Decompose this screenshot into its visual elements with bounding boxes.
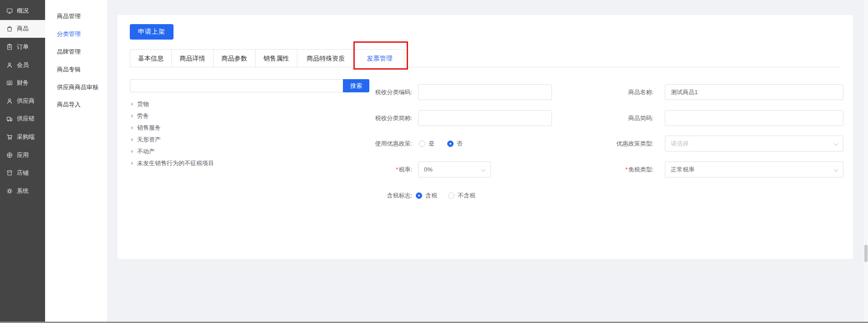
radio-option-no[interactable]: 否: [447, 140, 463, 148]
tree-node-intangible-assets[interactable]: 无形资产: [131, 134, 214, 146]
radio-label: 是: [429, 140, 434, 148]
tax-class-code-label: 税收分类编码:: [354, 84, 412, 100]
sidebar-item-system[interactable]: 系统: [0, 182, 45, 200]
radio-checked-icon[interactable]: [416, 192, 422, 199]
bag-icon: [6, 25, 13, 32]
radio-label: 不含税: [458, 192, 475, 200]
radio-option-tax-excluded[interactable]: 不含税: [448, 192, 475, 200]
sidebar-item-orders[interactable]: 订单: [0, 38, 45, 56]
tabs-row: 基本信息 商品详情 商品参数 销售属性 商品特殊资质 发票管理: [130, 49, 839, 67]
tab-special-qualification[interactable]: 商品特殊资质: [297, 49, 355, 67]
select-value: 正常税率: [671, 166, 694, 174]
sidebar-item-label: 概况: [17, 7, 29, 15]
tax-free-type-select[interactable]: 正常税率: [665, 162, 843, 177]
expand-caret-icon[interactable]: [131, 102, 133, 106]
tab-sale-attributes[interactable]: 销售属性: [255, 49, 297, 67]
expand-caret-icon[interactable]: [131, 138, 133, 141]
sidebar-item-label: 商品: [17, 25, 29, 33]
monitor-icon: [6, 8, 13, 14]
tab-goods-detail[interactable]: 商品详情: [172, 49, 214, 67]
sidebar-item-label: 应用: [17, 151, 29, 159]
radio-option-yes[interactable]: 是: [419, 140, 434, 148]
sidebar-item-members[interactable]: 会员: [0, 56, 45, 74]
sidebar-item-apps[interactable]: 应用: [0, 146, 45, 164]
cart-icon: [6, 134, 13, 140]
expand-caret-icon[interactable]: [131, 162, 133, 165]
sidebar-item-goods[interactable]: 商品: [0, 20, 45, 38]
expand-caret-icon[interactable]: [131, 126, 133, 130]
tree-node-labor[interactable]: 劳务: [131, 110, 214, 122]
use-discount-policy-label: 使用优惠政策:: [354, 136, 412, 151]
tab-invoice-management[interactable]: 发票管理: [355, 49, 405, 67]
tab-goods-params[interactable]: 商品参数: [214, 49, 255, 67]
submenu-item-goods-album[interactable]: 商品专辑: [45, 61, 107, 78]
tab-basic-info[interactable]: 基本信息: [130, 49, 172, 67]
radio-unchecked-icon[interactable]: [419, 141, 425, 147]
expand-caret-icon[interactable]: [131, 114, 133, 118]
sidebar-item-label: 供应商: [17, 97, 35, 105]
finance-icon: [6, 80, 13, 86]
product-name-label: 商品名称:: [599, 84, 654, 100]
radio-unchecked-icon[interactable]: [448, 192, 454, 199]
submenu-item-category-management[interactable]: 分类管理: [45, 25, 107, 43]
radio-label: 否: [457, 140, 463, 148]
tax-rate-select[interactable]: 0%: [418, 162, 491, 177]
tax-class-code-input[interactable]: [418, 84, 552, 100]
radio-checked-icon[interactable]: [447, 141, 454, 147]
tree-node-label: 不动产: [137, 147, 155, 156]
tax-class-short-name-label: 税收分类简称:: [354, 110, 412, 126]
submenu-item-supplier-goods-audit[interactable]: 供应商商品审核: [45, 78, 107, 96]
tax-included-radio-group: 含税 不含税: [416, 187, 475, 203]
sidebar-item-label: 系统: [17, 187, 29, 195]
supplier-icon: [6, 98, 13, 104]
tax-rate-label: *税率:: [354, 162, 412, 177]
sidebar-item-label: 订单: [17, 43, 29, 51]
tree-node-goods[interactable]: 货物: [131, 98, 214, 110]
use-discount-policy-radio-group: 是 否: [419, 136, 463, 151]
select-placeholder: 请选择: [671, 140, 689, 148]
vertical-scrollbar[interactable]: [864, 0, 868, 322]
expand-caret-icon[interactable]: [131, 150, 133, 153]
sidebar-item-label: 财务: [17, 79, 29, 87]
tree-node-real-estate[interactable]: 不动产: [131, 146, 214, 157]
apply-listing-button[interactable]: 申请上架: [130, 24, 174, 40]
tree-node-non-taxable[interactable]: 未发生销售行为的不征税项目: [131, 157, 214, 169]
discount-policy-type-label: 优惠政策类型:: [599, 136, 654, 151]
select-value: 0%: [424, 166, 433, 173]
discount-policy-type-select[interactable]: 请选择: [665, 136, 843, 151]
tree-node-sale-service[interactable]: 销售服务: [131, 122, 214, 134]
sidebar-item-label: 店铺: [17, 169, 29, 177]
product-name-input[interactable]: [665, 84, 843, 100]
category-search-input[interactable]: [130, 79, 343, 92]
sidebar-item-finance[interactable]: 财务: [0, 74, 45, 92]
submenu-item-brand-management[interactable]: 品牌管理: [45, 43, 107, 61]
sidebar-item-procurement[interactable]: 采购端: [0, 128, 45, 146]
sidebar-item-suppliers[interactable]: 供应商: [0, 92, 45, 110]
sidebar-item-supply-chain[interactable]: 供应链: [0, 110, 45, 128]
goods-submenu: 商品管理 分类管理 品牌管理 商品专辑 供应商商品审核 商品导入: [45, 0, 108, 322]
content-card: 申请上架 基本信息 商品详情 商品参数 销售属性 商品特殊资质 发票管理 搜索 …: [117, 15, 853, 259]
order-icon: [6, 44, 13, 50]
sidebar-item-overview[interactable]: 概况: [0, 2, 45, 20]
tax-category-tree: 货物 劳务 销售服务 无形资产 不动产 未发生销售行为的不征税项目: [131, 98, 214, 169]
radio-option-tax-included[interactable]: 含税: [416, 192, 437, 200]
supply-chain-icon: [6, 116, 13, 122]
tax-class-short-name-input[interactable]: [418, 110, 552, 126]
tree-node-label: 劳务: [137, 112, 149, 120]
tree-node-label: 无形资产: [137, 136, 161, 144]
tree-node-label: 货物: [137, 100, 149, 108]
product-short-code-input[interactable]: [665, 110, 843, 126]
apps-icon: [6, 152, 13, 158]
tree-node-label: 未发生销售行为的不征税项目: [137, 159, 214, 167]
submenu-item-goods-management[interactable]: 商品管理: [45, 8, 107, 25]
sidebar-item-label: 会员: [17, 61, 29, 69]
member-icon: [6, 62, 13, 68]
gear-icon: [6, 188, 13, 194]
scrollbar-thumb[interactable]: [864, 245, 868, 262]
submenu-item-goods-import[interactable]: 商品导入: [45, 96, 107, 114]
required-asterisk: *: [625, 166, 628, 173]
sidebar-item-label: 采购端: [17, 133, 35, 141]
shop-icon: [6, 170, 13, 176]
sidebar-item-shop[interactable]: 店铺: [0, 164, 45, 182]
radio-label: 含税: [425, 192, 437, 200]
